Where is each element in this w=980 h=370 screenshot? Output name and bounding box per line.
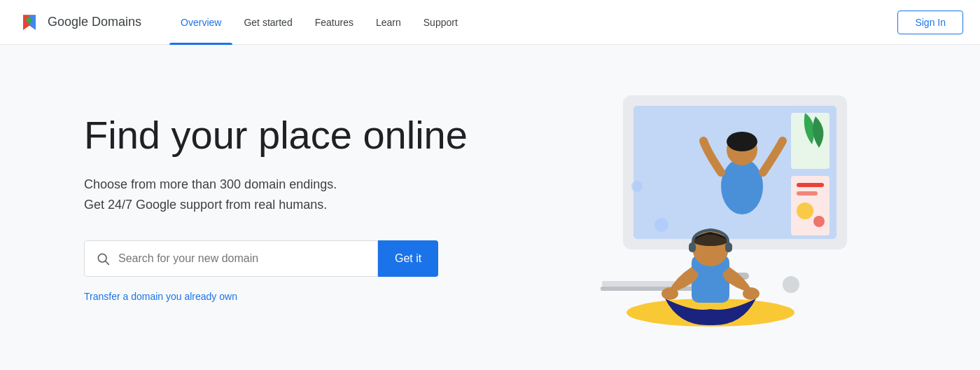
svg-point-22 (692, 235, 729, 246)
nav-item-support[interactable]: Support (412, 0, 469, 45)
main-content: Find your place online Choose from more … (0, 45, 980, 370)
search-area: Get it (84, 240, 504, 277)
transfer-domain-link[interactable]: Transfer a domain you already own (84, 291, 504, 302)
svg-rect-12 (797, 191, 818, 196)
svg-point-14 (813, 216, 825, 227)
svg-point-27 (654, 218, 668, 232)
svg-point-6 (721, 158, 763, 214)
svg-rect-18 (601, 287, 701, 291)
nav-item-features[interactable]: Features (304, 0, 365, 45)
svg-point-28 (783, 276, 799, 293)
sign-in-button[interactable]: Sign In (897, 11, 963, 34)
svg-point-25 (662, 287, 678, 300)
svg-point-26 (743, 287, 760, 300)
nav-item-learn[interactable]: Learn (365, 0, 412, 45)
header: Google Domains Overview Get started Feat… (0, 0, 980, 45)
illustration-svg (525, 74, 875, 341)
google-domains-logo-icon (17, 10, 42, 35)
hero-subtitle-line1: Choose from more than 300 domain endings… (84, 177, 337, 191)
nav-item-get-started[interactable]: Get started (232, 0, 303, 45)
svg-point-8 (727, 132, 757, 151)
get-it-button[interactable]: Get it (378, 240, 438, 277)
svg-rect-24 (725, 242, 732, 252)
search-box (84, 240, 378, 277)
svg-rect-11 (797, 183, 824, 187)
hero-right (504, 45, 896, 370)
search-icon (96, 252, 110, 266)
svg-point-0 (27, 16, 33, 22)
svg-rect-23 (689, 242, 696, 252)
nav-item-overview[interactable]: Overview (169, 0, 232, 45)
logo-area: Google Domains (17, 10, 141, 35)
svg-line-2 (106, 261, 109, 265)
svg-point-29 (631, 181, 643, 192)
logo-text: Google Domains (48, 15, 141, 29)
svg-point-13 (797, 203, 813, 219)
hero-illustration (525, 74, 875, 341)
hero-subtitle: Choose from more than 300 domain endings… (84, 174, 504, 215)
hero-left: Find your place online Choose from more … (84, 113, 504, 302)
domain-search-input[interactable] (118, 252, 366, 265)
hero-subtitle-line2: Get 24/7 Google support from real humans… (84, 198, 327, 212)
main-nav: Overview Get started Features Learn Supp… (169, 0, 897, 45)
hero-title: Find your place online (84, 113, 504, 158)
